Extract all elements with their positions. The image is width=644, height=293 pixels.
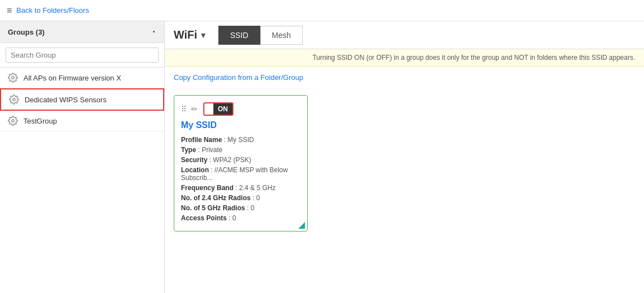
ssid-detail-24ghz: No. of 2.4 GHz Radios : 0 bbox=[181, 194, 300, 202]
groups-count-label: Groups (3) bbox=[8, 28, 45, 36]
frequency-value: : 2.4 & 5 GHz bbox=[235, 184, 275, 192]
edit-icon[interactable]: ✏ bbox=[191, 105, 198, 114]
sidebar: Groups (3) · All APs on Firmware version… bbox=[0, 21, 165, 293]
sidebar-item-dedicated-wips[interactable]: Dedicated WIPS Sensors bbox=[0, 88, 164, 111]
ssid-detail-5ghz: No. of 5 GHz Radios : 0 bbox=[181, 204, 300, 212]
gear-icon bbox=[8, 73, 18, 83]
wifi-caret-icon: ▼ bbox=[199, 31, 207, 40]
svg-point-1 bbox=[13, 98, 16, 101]
type-value: : Private bbox=[198, 146, 222, 154]
ssid-detail-frequency: Frequency Band : 2.4 & 5 GHz bbox=[181, 184, 300, 192]
profile-name-label: Profile Name bbox=[181, 136, 222, 144]
content-area: WiFi ▼ SSID Mesh Turning SSID ON (or OFF… bbox=[165, 21, 644, 293]
ap-value: : 0 bbox=[228, 214, 236, 222]
sidebar-items: All APs on Firmware version X Dedicated … bbox=[0, 68, 164, 293]
type-label: Type bbox=[181, 146, 196, 154]
security-label: Security bbox=[181, 156, 207, 164]
sidebar-header: Groups (3) · bbox=[0, 21, 164, 43]
toggle-on-label: ON bbox=[213, 103, 232, 115]
notice-bar: Turning SSID ON (or OFF) in a group does… bbox=[165, 49, 644, 67]
tabs-bar: WiFi ▼ SSID Mesh bbox=[165, 21, 644, 49]
top-bar: ≡ Back to Folders/Floors bbox=[0, 0, 644, 21]
gear-icon-test bbox=[8, 116, 18, 126]
wifi-dropdown[interactable]: WiFi ▼ bbox=[174, 29, 207, 41]
search-box bbox=[0, 43, 164, 68]
ssid-detail-security: Security : WPA2 (PSK) bbox=[181, 156, 300, 164]
back-to-folders-link[interactable]: Back to Folders/Floors bbox=[16, 6, 89, 15]
toggle-off-label bbox=[204, 107, 213, 111]
content-body: Copy Configuration from a Folder/Group ⠿… bbox=[165, 67, 644, 293]
ssid-detail-ap: Access Points : 0 bbox=[181, 214, 300, 222]
5ghz-label: No. of 5 GHz Radios bbox=[181, 204, 245, 212]
location-label: Location bbox=[181, 166, 209, 174]
wifi-label: WiFi bbox=[174, 29, 197, 41]
ssid-toggle[interactable]: ON bbox=[203, 102, 233, 116]
ssid-detail-profile: Profile Name : My SSID bbox=[181, 136, 300, 144]
menu-icon[interactable]: ≡ bbox=[7, 6, 12, 16]
ssid-detail-location: Location : //ACME MSP with Below Subscri… bbox=[181, 166, 300, 182]
24ghz-label: No. of 2.4 GHz Radios bbox=[181, 194, 251, 202]
profile-name-value: : My SSID bbox=[224, 136, 254, 144]
notice-text: Turning SSID ON (or OFF) in a group does… bbox=[312, 54, 635, 62]
svg-point-2 bbox=[12, 120, 15, 122]
drag-icon[interactable]: ⠿ bbox=[181, 105, 187, 114]
card-corner-decoration bbox=[298, 222, 305, 229]
tab-ssid[interactable]: SSID bbox=[218, 26, 260, 45]
sidebar-item-all-aps[interactable]: All APs on Firmware version X bbox=[0, 68, 164, 88]
sidebar-item-test-group[interactable]: TestGroup bbox=[0, 111, 164, 131]
ap-label: Access Points bbox=[181, 214, 227, 222]
sidebar-item-dedicated-wips-label: Dedicated WIPS Sensors bbox=[25, 96, 107, 104]
sidebar-item-test-group-label: TestGroup bbox=[23, 117, 57, 125]
ssid-detail-type: Type : Private bbox=[181, 146, 300, 154]
security-value: : WPA2 (PSK) bbox=[209, 156, 251, 164]
gear-icon-wips bbox=[9, 94, 19, 105]
ssid-card: ⠿ ✏ ON My SSID Profile Name : My SSID Ty… bbox=[174, 95, 308, 231]
sidebar-options-icon[interactable]: · bbox=[152, 27, 155, 37]
search-group-input[interactable] bbox=[6, 48, 159, 63]
sidebar-item-all-aps-label: All APs on Firmware version X bbox=[23, 74, 121, 82]
svg-point-0 bbox=[12, 77, 15, 79]
5ghz-value: : 0 bbox=[247, 204, 254, 212]
copy-config-link[interactable]: Copy Configuration from a Folder/Group bbox=[174, 73, 303, 82]
frequency-label: Frequency Band bbox=[181, 184, 233, 192]
card-top-bar: ⠿ ✏ ON bbox=[181, 102, 300, 116]
tab-mesh[interactable]: Mesh bbox=[260, 26, 303, 45]
ssid-name: My SSID bbox=[181, 120, 300, 130]
24ghz-value: : 0 bbox=[252, 194, 260, 202]
